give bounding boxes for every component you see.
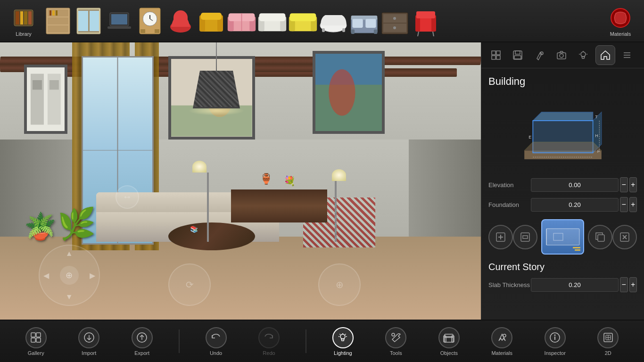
furniture-pink-sofa[interactable] [226, 6, 257, 36]
divider-1 [179, 329, 180, 353]
foundation-increase[interactable]: + [629, 197, 637, 212]
svg-rect-84 [496, 56, 500, 59]
lighting-icon [332, 327, 354, 348]
copy-3d-button[interactable] [588, 225, 612, 249]
tab-list[interactable] [618, 45, 637, 65]
nav-left: ◀ [43, 271, 49, 280]
svg-rect-53 [351, 29, 355, 33]
svg-rect-7 [48, 17, 68, 25]
svg-rect-26 [155, 29, 159, 33]
export-button[interactable]: Export [125, 327, 158, 356]
slab-thickness-input[interactable] [531, 278, 619, 292]
materials-icon [608, 5, 634, 31]
svg-rect-47 [322, 28, 325, 32]
furniture-clock[interactable] [134, 6, 165, 36]
elevation-row: Elevation − + [488, 177, 637, 192]
inspector-button[interactable]: Inspector [538, 327, 571, 356]
materials-button[interactable]: Materials [602, 2, 639, 40]
svg-text:T: T [595, 115, 598, 119]
svg-rect-19 [111, 14, 127, 25]
lighting-label: Lighting [334, 350, 352, 356]
lighting-button[interactable]: Lighting [326, 327, 359, 356]
svg-rect-86 [515, 51, 520, 54]
undo-icon [206, 327, 227, 348]
tab-camera[interactable] [552, 45, 571, 65]
lamp-cord [216, 42, 217, 71]
svg-line-132 [340, 334, 341, 335]
svg-rect-10 [52, 10, 55, 16]
action-buttons-row [488, 219, 637, 255]
rotate-control[interactable]: ⟳ [168, 263, 211, 306]
furniture-white-sofa[interactable] [257, 6, 288, 36]
svg-rect-87 [514, 56, 521, 59]
import-label: Import [82, 350, 96, 356]
nav-up: ▲ [66, 249, 73, 258]
gallery-button[interactable]: Gallery [19, 327, 52, 356]
story-selector[interactable] [541, 219, 584, 255]
furniture-bathtub[interactable] [318, 6, 349, 36]
tab-paint[interactable] [530, 45, 549, 65]
svg-rect-28 [173, 10, 188, 27]
add-3d-button[interactable] [488, 225, 513, 249]
svg-line-64 [418, 32, 419, 36]
furniture-bookshelf[interactable] [42, 6, 73, 36]
2d-button[interactable]: 2D [592, 327, 625, 356]
import-button[interactable]: Import [73, 327, 106, 356]
svg-point-90 [560, 54, 563, 58]
furniture-yellow-sofa[interactable] [288, 6, 318, 36]
edit-3d-button[interactable] [513, 225, 537, 249]
furniture-red-chair2[interactable] [410, 6, 441, 36]
svg-rect-45 [290, 13, 316, 21]
pan-control[interactable]: ↔ [116, 185, 139, 209]
svg-rect-81 [492, 51, 495, 55]
elevation-increase[interactable]: + [629, 177, 637, 192]
svg-rect-122 [36, 338, 41, 342]
viewport[interactable]: 🪴 🌿 📚 🏺 💐 ▲ ▼ ◀ ▶ ⊕ [0, 42, 481, 320]
furniture-dresser[interactable] [380, 6, 410, 36]
2d-label: 2D [605, 350, 611, 356]
nav-center[interactable]: ⊕ [60, 266, 79, 285]
foundation-decrease[interactable]: − [620, 197, 628, 212]
floor-lamp-left-pole [207, 173, 209, 242]
svg-rect-54 [374, 29, 377, 33]
tab-select[interactable] [486, 45, 505, 65]
furniture-window[interactable] [73, 6, 104, 36]
furniture-yellow-armchair[interactable] [196, 6, 226, 36]
inspector-icon [545, 327, 566, 348]
tab-home[interactable] [595, 45, 615, 65]
svg-point-127 [340, 334, 345, 339]
tab-save[interactable] [508, 45, 527, 65]
directional-control[interactable]: ▲ ▼ ◀ ▶ ⊕ [39, 245, 100, 306]
furniture-blue-bed[interactable] [349, 6, 380, 36]
library-button[interactable]: Library [5, 2, 42, 40]
right-panel: Building T H E F [481, 42, 644, 320]
floor-lamp-left-shade [192, 161, 206, 173]
objects-label: Objects [440, 350, 458, 356]
foundation-input[interactable] [531, 198, 619, 212]
slab-thickness-label: Slab Thickness [488, 281, 531, 288]
delete-3d-button[interactable] [612, 225, 637, 249]
divider-2 [305, 329, 306, 353]
furniture-laptop[interactable] [104, 6, 134, 36]
objects-icon [438, 327, 460, 348]
svg-rect-3 [24, 11, 27, 25]
elevation-input[interactable] [531, 178, 619, 192]
svg-point-133 [392, 333, 395, 336]
undo-button[interactable]: Undo [199, 327, 232, 356]
elevation-decrease[interactable]: − [620, 177, 628, 192]
svg-rect-13 [78, 9, 88, 33]
wall-art-left [24, 65, 67, 134]
undo-label: Undo [210, 350, 222, 356]
floor-lamp-right-shade [332, 169, 346, 181]
objects-button[interactable]: Objects [432, 327, 465, 356]
camera-control[interactable]: ⊕ [318, 263, 361, 306]
svg-rect-121 [31, 338, 35, 342]
slab-decrease[interactable]: − [620, 277, 628, 292]
tab-light[interactable] [574, 45, 593, 65]
tools-button[interactable]: Tools [380, 327, 413, 356]
materials-bottom-button[interactable]: Materials [486, 327, 519, 356]
slab-increase[interactable]: + [629, 277, 637, 292]
gallery-icon [25, 327, 47, 348]
furniture-red-chair[interactable] [165, 6, 196, 36]
redo-button[interactable]: Redo [252, 327, 285, 356]
